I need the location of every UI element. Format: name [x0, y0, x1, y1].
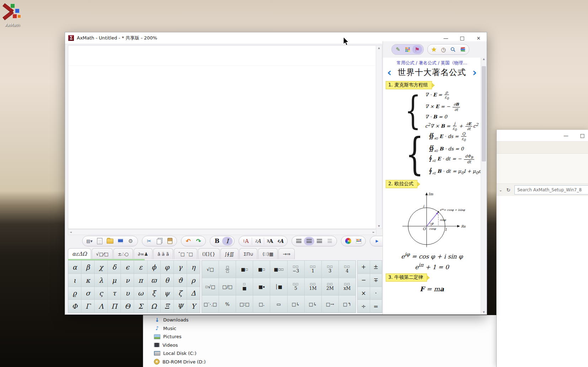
next-page-chevron[interactable]: › [472, 68, 477, 77]
greek-symbol-cell[interactable]: Γ [81, 300, 94, 313]
euler-formula-2[interactable]: eiπ + 1 = 0 [383, 262, 481, 271]
greek-symbol-cell[interactable]: υ [121, 287, 134, 300]
copy-button[interactable] [154, 237, 165, 245]
save-button[interactable] [115, 237, 125, 245]
template-cell[interactable]: □□1 [305, 261, 321, 278]
greek-symbol-cell[interactable]: γ [174, 261, 187, 273]
template-cell[interactable]: □□−3 [288, 261, 304, 278]
search-magnifier-icon[interactable] [448, 45, 458, 54]
greek-symbol-cell[interactable]: λ [95, 274, 107, 287]
italic-button[interactable]: I [222, 237, 232, 245]
greek-symbol-cell[interactable]: ϕ [148, 261, 160, 273]
align-left-button[interactable] [294, 237, 304, 245]
greek-symbol-cell[interactable]: η [187, 261, 200, 273]
align-right-button[interactable] [314, 237, 325, 245]
color-wheel-button[interactable] [343, 237, 353, 245]
maxwell-integral-block[interactable]: { ∯∂Ω E · ds = Qε0 ∯∂Ω B · ds = 0 ∮∂Σ E … [401, 132, 481, 177]
palette-tab[interactable]: ()[]{} [198, 248, 220, 259]
greek-symbol-cell[interactable]: ν [121, 274, 134, 287]
newton-formula[interactable]: F = ma [383, 285, 481, 293]
greek-symbol-cell[interactable]: Θ [121, 300, 134, 313]
minimize-button[interactable]: — [558, 130, 574, 141]
symbol-grid-icon[interactable] [403, 45, 412, 54]
greek-symbol-cell[interactable]: ϱ [68, 287, 81, 300]
new-document-button[interactable] [95, 237, 105, 245]
greek-symbol-cell[interactable]: μ [108, 274, 121, 287]
scroll-down-icon[interactable]: ▼ [376, 224, 382, 229]
greek-symbol-cell[interactable]: Υ [187, 300, 200, 313]
greek-symbol-cell[interactable]: Σ [134, 300, 147, 313]
color-palette-button[interactable] [353, 237, 364, 245]
redo-button[interactable]: ↷ [193, 237, 204, 245]
template-cell[interactable]: □□4 [339, 261, 356, 278]
template-cell[interactable]: □↰ [339, 296, 356, 313]
breadcrumb[interactable]: 常用公式 / 著名公式 / 英国《物理... [383, 60, 481, 66]
history-clock-icon[interactable]: ◷ [439, 45, 448, 54]
template-cell[interactable]: ■□ [253, 261, 270, 278]
greek-symbol-cell[interactable]: Λ [95, 300, 107, 313]
template-cell[interactable]: □□1M [305, 278, 321, 295]
greek-symbol-cell[interactable]: δ [108, 261, 121, 273]
palette-tab[interactable]: αεΔΩ [68, 248, 91, 259]
euler-formula-1[interactable]: eiφ = cos φ + i sin φ [383, 251, 481, 260]
play-icon[interactable]: ▶ [372, 237, 382, 245]
template-cell[interactable]: √□ [202, 261, 219, 278]
canvas-horizontal-scrollbar[interactable]: ◄ ► [68, 229, 376, 235]
palette-tab[interactable]: ∫∮∭ [220, 248, 239, 259]
template-cell[interactable]: % [219, 296, 236, 313]
search-input[interactable]: Search AxMath_Setup_Win7_8 [514, 185, 588, 195]
cut-button[interactable]: ✂ [144, 237, 154, 245]
greek-symbol-cell[interactable]: ζ [174, 287, 187, 300]
operator-cell[interactable]: ± [370, 261, 382, 273]
template-cell[interactable]: □□3 [322, 261, 338, 278]
palette-tab[interactable]: √□⁄□ [92, 248, 113, 259]
undo-button[interactable]: ↶ [183, 237, 193, 245]
template-cell[interactable]: □↳ [288, 296, 304, 313]
palette-tab[interactable]: →⇒ [278, 248, 295, 259]
align-center-button[interactable] [304, 237, 314, 245]
bold-button[interactable]: B [212, 237, 222, 245]
template-cell[interactable]: □□xM [339, 278, 356, 295]
template-cell[interactable]: │■ [270, 278, 287, 295]
scroll-right-icon[interactable]: ► [371, 231, 376, 234]
greek-symbol-cell[interactable]: ϵ [121, 261, 134, 273]
greek-symbol-cell[interactable]: φ [161, 261, 173, 273]
scroll-up-icon[interactable]: ▲ [483, 58, 485, 60]
greek-symbol-cell[interactable]: ι [68, 274, 81, 287]
greek-symbol-cell[interactable]: κ [81, 274, 94, 287]
maxwell-differential-block[interactable]: { ∇ · E = ρε0 ∇ × E = − ∂B∂t ∇ · B = 0 c… [401, 90, 481, 132]
scroll-left-icon[interactable]: ◄ [68, 231, 73, 234]
scroll-up-icon[interactable]: ▲ [376, 46, 382, 50]
maximize-button[interactable]: □ [574, 130, 588, 141]
handwriting-icon[interactable]: ✎ [393, 45, 403, 54]
font-style-3-button[interactable]: 3A [265, 237, 275, 245]
template-cell[interactable]: □□5 [288, 278, 304, 295]
operator-cell[interactable]: − [358, 274, 370, 287]
menu-button[interactable]: ▤▾ [84, 237, 95, 245]
template-cell[interactable]: □→ [322, 296, 338, 313]
template-cell[interactable]: □□2M [322, 278, 338, 295]
template-cell[interactable]: ▭ [270, 296, 287, 313]
greek-symbol-cell[interactable]: Π [108, 300, 121, 313]
greek-symbol-cell[interactable]: π [134, 274, 147, 287]
template-cell[interactable]: □. [253, 296, 270, 313]
equation-canvas[interactable] [68, 45, 376, 229]
greek-symbol-cell[interactable]: Ξ [161, 300, 173, 313]
font-style-1-button[interactable]: 1A [241, 237, 251, 245]
favorites-star-icon[interactable]: ★ [429, 45, 439, 54]
refresh-icon[interactable]: ↻ [504, 187, 512, 193]
palette-tab[interactable]: â ä ã [153, 248, 173, 259]
scroll-down-icon[interactable]: ▼ [481, 311, 487, 314]
template-cell[interactable]: □↳ [305, 296, 321, 313]
greek-symbol-cell[interactable]: θ [161, 274, 173, 287]
greek-symbol-cell[interactable]: ς [95, 287, 107, 300]
greek-symbol-cell[interactable]: ω [134, 287, 147, 300]
template-cell[interactable]: □■ [236, 278, 253, 295]
greek-symbol-cell[interactable]: ξ [148, 287, 160, 300]
greek-symbol-cell[interactable]: β [81, 261, 94, 273]
palette-tab[interactable]: (∷)▦ [258, 248, 278, 259]
greek-symbol-cell[interactable]: Δ [187, 287, 200, 300]
greek-symbol-cell[interactable]: Ω [148, 300, 160, 313]
library-books-icon[interactable] [458, 45, 467, 54]
template-cell[interactable]: □□ [219, 261, 236, 278]
